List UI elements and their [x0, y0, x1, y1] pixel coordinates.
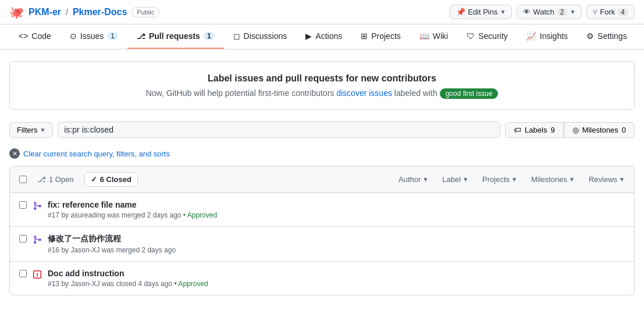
visibility-badge: Public — [131, 7, 159, 17]
milestone-icon: ◎ — [572, 126, 579, 134]
row-checkbox[interactable] — [19, 270, 27, 277]
search-box — [58, 122, 500, 138]
issue-meta: #17 by asureading was merged 2 days ago … — [48, 211, 625, 219]
pull-request-icon: ⎇ — [137, 32, 145, 41]
select-all-checkbox[interactable] — [19, 176, 27, 183]
tab-security[interactable]: 🛡 Security — [457, 24, 517, 49]
merged-pr-icon — [33, 201, 42, 213]
tab-projects[interactable]: ⊞ Projects — [351, 24, 410, 49]
fork-icon: ⑂ — [593, 8, 597, 16]
issue-title[interactable]: fix: reference file name — [48, 200, 625, 209]
label-icon: 🏷 — [514, 126, 521, 134]
tab-wiki[interactable]: 📖 Wiki — [410, 24, 457, 49]
row-checkbox[interactable] — [19, 201, 27, 209]
watch-button[interactable]: 👁 Watch 2 ▼ — [517, 5, 582, 19]
banner-subtitle: Now, GitHub will help potential first-ti… — [22, 88, 622, 98]
table-row: Doc add instruction #13 by Jason-XJ was … — [10, 262, 634, 295]
label-dropdown-icon: ▼ — [462, 176, 468, 183]
closed-pr-icon — [33, 270, 42, 281]
issues-header-right: Author ▼ Label ▼ Projects ▼ Milestones ▼… — [399, 175, 625, 184]
open-pr-icon: ⎇ — [37, 175, 46, 184]
issue-meta: #16 by Jason-XJ was merged 2 days ago — [48, 246, 625, 254]
table-row: 修改了一点协作流程 #16 by Jason-XJ was merged 2 d… — [10, 227, 634, 262]
tab-pull-requests[interactable]: ⎇ Pull requests 1 — [127, 24, 224, 49]
nav-tabs: <> Code ⊙ Issues 1 ⎇ Pull requests 1 ◻ D… — [0, 24, 644, 49]
watch-dropdown-icon: ▼ — [570, 9, 575, 15]
merged-pr-icon — [33, 235, 42, 247]
edit-pins-dropdown-icon: ▼ — [500, 9, 506, 15]
issue-content: Doc add instruction #13 by Jason-XJ was … — [48, 269, 625, 288]
approved-badge: • Approved — [175, 280, 208, 288]
issue-title[interactable]: Doc add instruction — [48, 269, 625, 278]
closed-tab[interactable]: ✓ 6 Closed — [84, 172, 138, 187]
actions-icon: ▶ — [305, 31, 312, 41]
author-dropdown-icon: ▼ — [422, 176, 428, 183]
repo-owner[interactable]: PKM-er — [29, 7, 61, 17]
discussions-icon: ◻ — [233, 31, 240, 41]
issue-content: 修改了一点协作流程 #16 by Jason-XJ was merged 2 d… — [48, 234, 625, 254]
banner-title: Label issues and pull requests for new c… — [22, 73, 622, 84]
approved-badge: • Approved — [183, 211, 217, 219]
repo-separator: / — [66, 8, 68, 17]
tab-code[interactable]: <> Code — [9, 24, 61, 49]
good-first-issue-badge: good first issue — [440, 88, 499, 99]
tab-insights[interactable]: 📈 Insights — [517, 24, 577, 49]
table-row: fix: reference file name #17 by asureadi… — [10, 193, 634, 227]
tab-issues[interactable]: ⊙ Issues 1 — [61, 24, 127, 49]
issues-header: ⎇ 1 Open ✓ 6 Closed Author ▼ — [10, 166, 634, 193]
projects-sort[interactable]: Projects ▼ — [482, 175, 517, 184]
reviews-dropdown-icon: ▼ — [619, 176, 625, 183]
milestones-dropdown-icon: ▼ — [569, 176, 575, 183]
contributor-banner: Label issues and pull requests for new c… — [9, 61, 635, 110]
pin-icon: 📌 — [456, 8, 465, 16]
wiki-icon: 📖 — [419, 31, 429, 41]
eye-icon: 👁 — [523, 8, 531, 16]
settings-icon: ⚙ — [586, 31, 594, 41]
author-sort[interactable]: Author ▼ — [399, 175, 428, 184]
repo-name[interactable]: Pkmer-Docs — [73, 7, 127, 17]
checkmark-icon: ✓ — [91, 175, 97, 184]
clear-icon: ✕ — [9, 148, 20, 159]
tab-actions[interactable]: ▶ Actions — [296, 24, 351, 49]
top-bar-left: 🐙 PKM-er / Pkmer-Docs Public — [9, 5, 159, 19]
issue-meta: #13 by Jason-XJ was closed 4 days ago • … — [48, 280, 625, 288]
label-milestone-group: 🏷 Labels 9 ◎ Milestones 0 — [505, 122, 635, 138]
issues-header-left: ⎇ 1 Open ✓ 6 Closed — [19, 172, 392, 187]
top-bar: 🐙 PKM-er / Pkmer-Docs Public 📌 Edit Pins… — [0, 0, 644, 24]
label-sort[interactable]: Label ▼ — [442, 175, 468, 184]
reviews-sort[interactable]: Reviews ▼ — [589, 175, 625, 184]
clear-filter-text: Clear current search query, filters, and… — [23, 149, 170, 158]
clear-filter[interactable]: ✕ Clear current search query, filters, a… — [0, 145, 644, 166]
milestones-sort[interactable]: Milestones ▼ — [531, 175, 575, 184]
github-icon: 🐙 — [9, 5, 24, 19]
filter-bar: Filters ▼ 🏷 Labels 9 ◎ Milestones 0 — [0, 122, 644, 145]
edit-pins-button[interactable]: 📌 Edit Pins ▼ — [450, 5, 512, 19]
search-input[interactable] — [58, 122, 500, 138]
projects-icon: ⊞ — [361, 31, 368, 41]
labels-button[interactable]: 🏷 Labels 9 — [505, 122, 564, 138]
tab-settings[interactable]: ⚙ Settings — [577, 24, 636, 49]
issues-table: ⎇ 1 Open ✓ 6 Closed Author ▼ — [9, 166, 635, 295]
issues-icon: ⊙ — [70, 31, 77, 41]
discover-issues-link[interactable]: discover issues — [336, 88, 392, 98]
top-bar-right: 📌 Edit Pins ▼ 👁 Watch 2 ▼ ⑂ Fork 4 — [450, 5, 635, 19]
issue-title[interactable]: 修改了一点协作流程 — [48, 234, 625, 244]
open-tab[interactable]: ⎇ 1 Open — [34, 173, 77, 186]
projects-dropdown-icon: ▼ — [511, 176, 517, 183]
code-icon: <> — [19, 31, 28, 41]
insights-icon: 📈 — [526, 31, 536, 41]
filters-dropdown-icon: ▼ — [40, 127, 45, 133]
security-icon: 🛡 — [467, 31, 475, 41]
fork-button[interactable]: ⑂ Fork 4 — [586, 5, 635, 19]
milestones-button[interactable]: ◎ Milestones 0 — [564, 122, 635, 138]
tab-discussions[interactable]: ◻ Discussions — [224, 24, 297, 49]
issue-content: fix: reference file name #17 by asureadi… — [48, 200, 625, 219]
filters-button[interactable]: Filters ▼ — [9, 122, 53, 138]
row-checkbox[interactable] — [19, 235, 27, 243]
